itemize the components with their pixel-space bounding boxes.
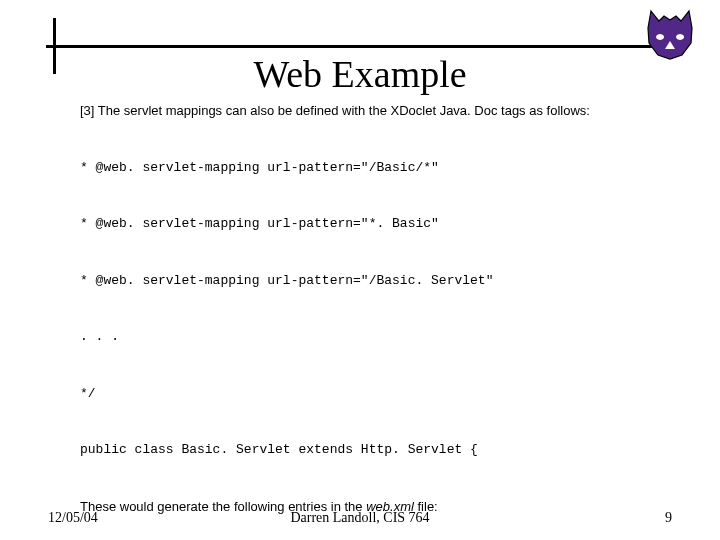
code-line: * @web. servlet-mapping url-pattern="*. … — [80, 215, 660, 234]
code-block-1: * @web. servlet-mapping url-pattern="/Ba… — [80, 121, 660, 498]
footer-page: 9 — [665, 510, 672, 526]
title-rule-horizontal — [46, 45, 652, 48]
code-line: */ — [80, 385, 660, 404]
slide: Web Example [3] The servlet mappings can… — [0, 0, 720, 540]
code-line: * @web. servlet-mapping url-pattern="/Ba… — [80, 272, 660, 291]
footer-author: Darren Landoll, CIS 764 — [48, 510, 672, 526]
intro-line: [3] The servlet mappings can also be def… — [80, 102, 660, 121]
code-line: public class Basic. Servlet extends Http… — [80, 441, 660, 460]
slide-title: Web Example — [0, 52, 720, 96]
code-line: . . . — [80, 328, 660, 347]
code-line: * @web. servlet-mapping url-pattern="/Ba… — [80, 159, 660, 178]
slide-body: [3] The servlet mappings can also be def… — [80, 102, 660, 540]
